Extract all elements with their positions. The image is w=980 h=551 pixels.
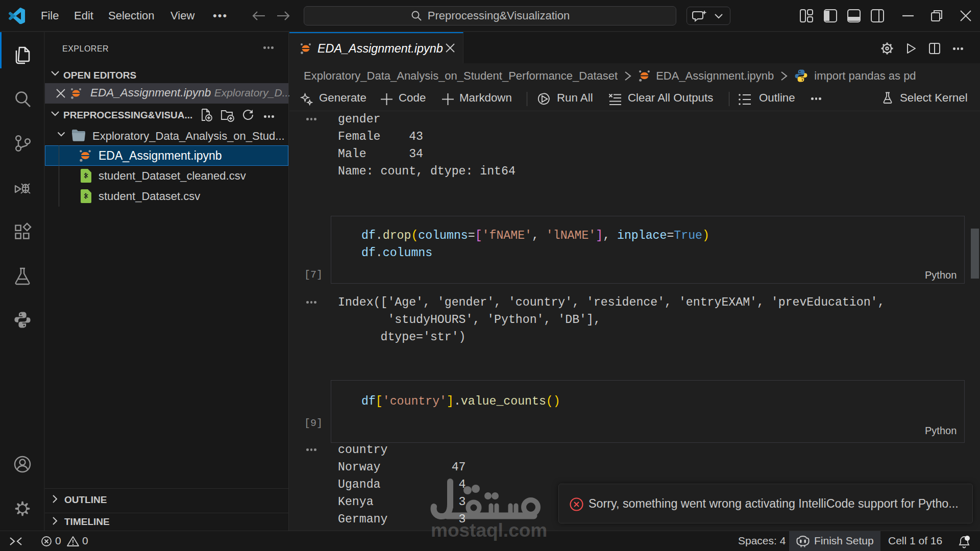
svg-text:mostaql.com: mostaql.com — [431, 520, 547, 541]
